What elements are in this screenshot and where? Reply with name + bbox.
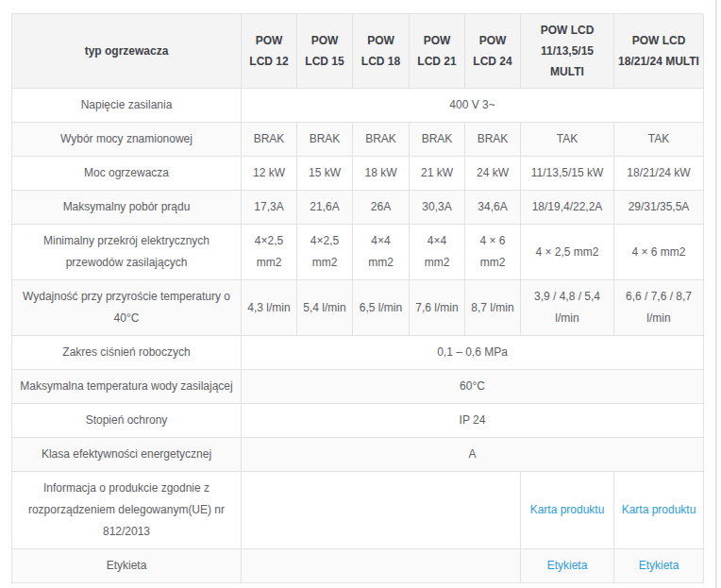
spec-table: typ ogrzewacza POW LCD 12POW LCD 15POW L… — [11, 13, 704, 583]
value-cell: 12 kW — [242, 157, 297, 191]
column-header: POW LCD 15 — [297, 14, 353, 89]
row-label: Maksymalny pobór prądu — [12, 191, 242, 225]
table-row: Wydajność przy przyroście temperatury o … — [12, 280, 704, 336]
karta-produktu-link[interactable]: Karta produktu — [622, 503, 696, 516]
table-row: Napięcie zasilania400 V 3~ — [12, 89, 704, 123]
row-label: Etykieta — [12, 549, 242, 583]
value-cell: BRAK — [297, 123, 353, 157]
span-value-cell: 60°C — [242, 370, 704, 404]
value-cell: 8,7 l/min — [465, 280, 521, 336]
span-value-cell: IP 24 — [242, 404, 704, 438]
value-cell: 4 × 2,5 mm2 — [521, 225, 614, 280]
row-label: Wydajność przy przyroście temperatury o … — [12, 280, 242, 336]
column-header: POW LCD 11/13,5/15 MULTI — [521, 14, 614, 89]
row-label: Maksymalna temperatura wody zasilającej — [12, 370, 242, 404]
table-row: Minimalny przekrój elektrycznych przewod… — [12, 225, 704, 280]
row-label: Zakres ciśnień roboczych — [12, 336, 242, 370]
karta-produktu-link[interactable]: Karta produktu — [530, 503, 605, 516]
column-header: POW LCD 24 — [465, 14, 521, 89]
link-cell: Etykieta — [521, 549, 614, 583]
column-header: POW LCD 12 — [242, 14, 297, 89]
value-cell: 6,6 / 7,6 / 8,7 l/min — [614, 280, 704, 336]
link-cell: Karta produktu — [614, 472, 704, 549]
table-row: Stopień ochronyIP 24 — [12, 404, 704, 438]
page: typ ogrzewacza POW LCD 12POW LCD 15POW L… — [0, 0, 721, 588]
value-cell: 18/21/24 kW — [614, 157, 704, 191]
table-row: Moc ogrzewacza12 kW15 kW18 kW21 kW24 kW1… — [12, 157, 704, 191]
value-cell: BRAK — [242, 123, 297, 157]
value-cell: BRAK — [465, 123, 521, 157]
row-label: Stopień ochrony — [12, 404, 242, 438]
row-label: Minimalny przekrój elektrycznych przewod… — [12, 225, 242, 280]
table-row: EtykietaEtykietaEtykieta — [12, 549, 704, 583]
value-cell: 34,6A — [465, 191, 521, 225]
table-row: Maksymalna temperatura wody zasilającej6… — [12, 370, 704, 404]
table-row: Klasa efektywności energetycznejA — [12, 438, 704, 472]
value-cell: 5,4 l/min — [297, 280, 353, 336]
etykieta-link[interactable]: Etykieta — [639, 559, 679, 572]
empty-cell — [242, 472, 521, 549]
value-cell: BRAK — [353, 123, 410, 157]
value-cell: 6,5 l/min — [353, 280, 410, 336]
page-right-border — [715, 0, 717, 588]
value-cell: 26A — [353, 191, 410, 225]
value-cell: 24 kW — [465, 157, 521, 191]
value-cell: BRAK — [410, 123, 465, 157]
value-cell: 4 × 6 mm2 — [614, 225, 704, 280]
table-row: Maksymalny pobór prądu17,3A21,6A26A30,3A… — [12, 191, 704, 225]
value-cell: 11/13,5/15 kW — [521, 157, 614, 191]
value-cell: 7,6 l/min — [410, 280, 465, 336]
empty-cell — [242, 549, 521, 583]
column-header: POW LCD 21 — [410, 14, 465, 89]
column-header: POW LCD 18/21/24 MULTI — [614, 14, 704, 89]
value-cell: 3,9 / 4,8 / 5,4 l/min — [521, 280, 614, 336]
header-row: typ ogrzewacza POW LCD 12POW LCD 15POW L… — [12, 14, 704, 89]
span-value-cell: 0,1 – 0,6 MPa — [242, 336, 704, 370]
value-cell: TAK — [521, 123, 614, 157]
value-cell: 4×2,5 mm2 — [297, 225, 353, 280]
value-cell: 4×2,5 mm2 — [242, 225, 297, 280]
value-cell: TAK — [614, 123, 704, 157]
row-label: Informacja o produkcie zgodnie z rozporz… — [12, 472, 242, 549]
link-cell: Etykieta — [614, 549, 704, 583]
value-cell: 4 × 6 mm2 — [465, 225, 521, 280]
table-row: Wybór mocy znamionowejBRAKBRAKBRAKBRAKBR… — [12, 123, 704, 157]
etykieta-link[interactable]: Etykieta — [547, 559, 588, 572]
value-cell: 21,6A — [297, 191, 353, 225]
value-cell: 4,3 l/min — [242, 280, 297, 336]
value-cell: 4×4 mm2 — [353, 225, 410, 280]
link-cell: Karta produktu — [521, 472, 614, 549]
value-cell: 15 kW — [297, 157, 353, 191]
value-cell: 17,3A — [242, 191, 297, 225]
value-cell: 18 kW — [353, 157, 410, 191]
row-label: Napięcie zasilania — [12, 89, 242, 123]
span-value-cell: A — [242, 438, 704, 472]
row-label: Klasa efektywności energetycznej — [12, 438, 242, 472]
row-label: Wybór mocy znamionowej — [12, 123, 242, 157]
value-cell: 30,3A — [410, 191, 465, 225]
value-cell: 21 kW — [410, 157, 465, 191]
value-cell: 4×4 mm2 — [410, 225, 465, 280]
value-cell: 29/31/35,5A — [614, 191, 704, 225]
span-value-cell: 400 V 3~ — [242, 89, 704, 123]
table-row: Informacja o produkcie zgodnie z rozporz… — [12, 472, 704, 549]
table-row: Zakres ciśnień roboczych0,1 – 0,6 MPa — [12, 336, 704, 370]
row-label: Moc ogrzewacza — [12, 157, 242, 191]
column-header: POW LCD 18 — [353, 14, 410, 89]
value-cell: 18/19,4/22,2A — [521, 191, 614, 225]
corner-header: typ ogrzewacza — [12, 14, 242, 89]
